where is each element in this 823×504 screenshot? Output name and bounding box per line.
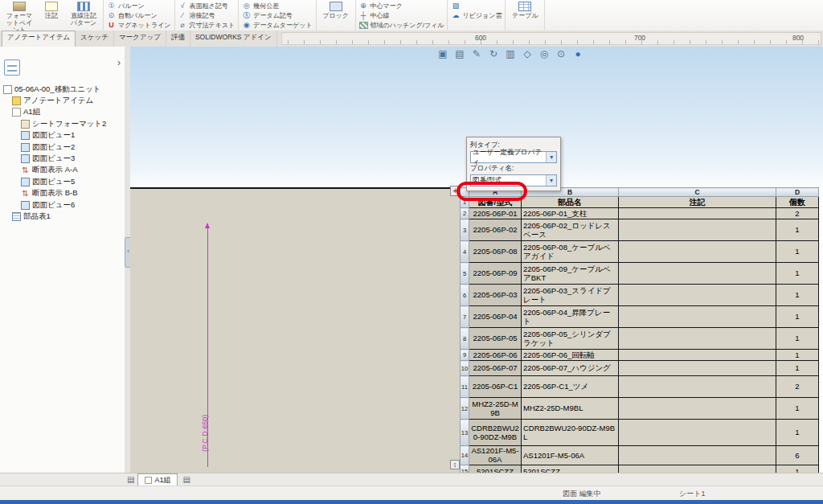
tree-item[interactable]: A1組	[0, 107, 125, 118]
bom-header-cell[interactable]: 注記	[619, 197, 776, 208]
bom-cell[interactable]: 2205-06P-02_ロッドレスベース	[522, 219, 619, 241]
bom-cell[interactable]: 2	[776, 208, 819, 219]
chevron-down-icon[interactable]: ▾	[546, 152, 556, 162]
bom-cell[interactable]	[619, 446, 776, 465]
ribbon-button[interactable]: 注記	[35, 1, 68, 19]
bom-cell[interactable]: CDRB2BWU20-90DZ-M9B	[469, 420, 522, 446]
bom-cell[interactable]: 2205-06P-05_シリンダブラケット	[522, 328, 619, 350]
bom-cell[interactable]	[619, 208, 776, 219]
bom-cell[interactable]	[619, 361, 776, 376]
bom-cell[interactable]	[619, 306, 776, 328]
ribbon-button[interactable]: ①バルーン	[107, 1, 171, 10]
bom-cell[interactable]: 1	[776, 263, 819, 285]
bom-cell[interactable]: 2205-06P-07	[469, 361, 522, 376]
command-tab[interactable]: SOLIDWORKS アドイン	[190, 31, 277, 47]
bom-cell[interactable]: 2205-06P-03_スライドプレート	[522, 285, 619, 306]
ribbon-button[interactable]: √表面粗さ記号	[178, 1, 235, 10]
hide-show-icon[interactable]: ⊙	[555, 48, 567, 60]
row-header[interactable]: 11	[461, 376, 469, 398]
bom-cell[interactable]: MHZ2-25D-M9B	[469, 398, 522, 420]
bom-cell[interactable]: 1	[776, 241, 819, 263]
row-header[interactable]: 7	[461, 306, 469, 328]
column-header[interactable]: C	[619, 188, 776, 197]
ribbon-button[interactable]: ▧	[451, 1, 502, 10]
bom-cell[interactable]: 6	[776, 446, 819, 465]
bom-cell[interactable]	[619, 285, 776, 306]
row-header[interactable]: 12	[461, 398, 469, 420]
zoom-area-icon[interactable]: ▤	[453, 48, 466, 60]
tree-item[interactable]: ⇅断面表示 A-A	[0, 165, 125, 176]
bom-cell[interactable]	[619, 328, 776, 350]
bom-cell[interactable]: 1	[776, 420, 819, 446]
bom-header-cell[interactable]: 部品名	[522, 197, 619, 208]
view-orientation-icon[interactable]: ◇	[521, 48, 534, 60]
bom-cell[interactable]	[619, 219, 776, 241]
bom-cell[interactable]: AS1201F-M5-06A	[469, 446, 522, 465]
bom-cell[interactable]: 2205-06P-03	[469, 285, 522, 306]
panel-expand-icon[interactable]: ›	[117, 57, 121, 68]
command-tab[interactable]: 評価	[166, 31, 190, 47]
row-header[interactable]: 4	[461, 241, 469, 263]
table-resize-handle[interactable]: ↕	[450, 460, 460, 469]
bom-cell[interactable]	[619, 420, 776, 446]
ribbon-button[interactable]: ◎幾何公差	[242, 1, 312, 10]
ribbon-button[interactable]: ブロック	[320, 1, 352, 19]
bom-cell[interactable]: 2205-06P-04	[469, 306, 522, 328]
featuremanager-tab-icon[interactable]	[4, 59, 20, 76]
bom-cell[interactable]: 2205-06P-04_昇降プレート	[522, 306, 619, 328]
column-header[interactable]: D	[776, 188, 819, 197]
add-sheet-button[interactable]: ▤	[178, 474, 194, 486]
ribbon-button[interactable]: ⌀穴寸法テキスト	[178, 20, 235, 30]
row-header[interactable]: 3	[461, 219, 469, 241]
section-view-icon[interactable]: ▥	[504, 48, 517, 60]
command-tab[interactable]: アノテートアイテム	[2, 31, 76, 47]
tree-item[interactable]: 図面ビュー3	[0, 153, 125, 164]
tree-item[interactable]: シートフォーマット2	[0, 118, 125, 129]
bom-cell[interactable]: 2205-06P-01	[469, 208, 522, 219]
row-header[interactable]: 13	[461, 420, 469, 446]
ribbon-button[interactable]: テーブル	[509, 1, 541, 19]
row-header[interactable]: 14	[461, 446, 469, 465]
bom-cell[interactable]: 2205-06P-09_ケーブルベアBKT	[522, 263, 619, 285]
bom-header-cell[interactable]: 個数	[776, 197, 819, 208]
bom-cell[interactable]: 1	[776, 398, 819, 420]
sheet-scroll-icon[interactable]: ▤	[127, 475, 134, 484]
row-header[interactable]: 2	[461, 208, 469, 219]
dimension-label[interactable]: (P.C.D.650)	[201, 415, 209, 452]
display-style-icon[interactable]: ◎	[538, 48, 551, 60]
tree-item[interactable]: アノテートアイテム	[0, 95, 125, 106]
tree-item[interactable]: 図面ビュー2	[0, 141, 125, 153]
command-tab[interactable]: マークアップ	[114, 31, 166, 47]
bom-cell[interactable]	[619, 241, 776, 263]
row-header[interactable]: 5	[461, 263, 469, 285]
tree-item[interactable]: 図面ビュー6	[0, 199, 125, 211]
ribbon-button[interactable]: ┼中心線	[359, 10, 444, 20]
ribbon-button[interactable]: 領域のハッチング/フィル	[359, 20, 444, 30]
bom-cell[interactable]: 2205-06P-C1_ツメ	[522, 376, 619, 398]
bom-cell[interactable]: 1	[776, 285, 819, 306]
tree-item[interactable]: ⇅断面表示 B-B	[0, 188, 125, 199]
tree-item[interactable]: 図面ビュー1	[0, 130, 125, 141]
row-header[interactable]: 6	[461, 285, 469, 306]
bom-cell[interactable]	[619, 263, 776, 285]
chevron-down-icon[interactable]: ▾	[546, 175, 556, 186]
bom-cell[interactable]: 2205-06P-01_支柱	[522, 208, 619, 219]
ribbon-button[interactable]: Ⓐデータム記号	[242, 10, 312, 20]
previous-view-icon[interactable]: ↻	[487, 48, 500, 60]
bom-cell[interactable]: 2	[776, 376, 819, 398]
ribbon-button[interactable]: Uマグネットライン	[107, 20, 171, 30]
tree-item[interactable]: 図面ビュー5	[0, 176, 125, 187]
bom-cell[interactable]	[619, 376, 776, 398]
bom-cell[interactable]: AS1201F-M5-06A	[522, 446, 619, 465]
scene-icon[interactable]: ●	[571, 48, 584, 60]
ribbon-button[interactable]: フォーマットペイント	[3, 1, 35, 31]
sheet-tab-active[interactable]: A1組	[137, 473, 178, 486]
bom-cell[interactable]: 1	[776, 219, 819, 241]
bom-cell[interactable]: 1	[776, 361, 819, 376]
bom-cell[interactable]: 2205-06P-06_回転軸	[522, 350, 619, 361]
bom-cell[interactable]: 2205-06P-07_ハウジング	[522, 361, 619, 376]
bom-cell[interactable]: 2205-06P-05	[469, 328, 522, 350]
bom-cell[interactable]: 1	[776, 306, 819, 328]
column-type-select[interactable]: ユーザー定義プロパティ ▾	[470, 151, 557, 163]
ribbon-button[interactable]: ◉データムターゲット	[242, 20, 312, 30]
